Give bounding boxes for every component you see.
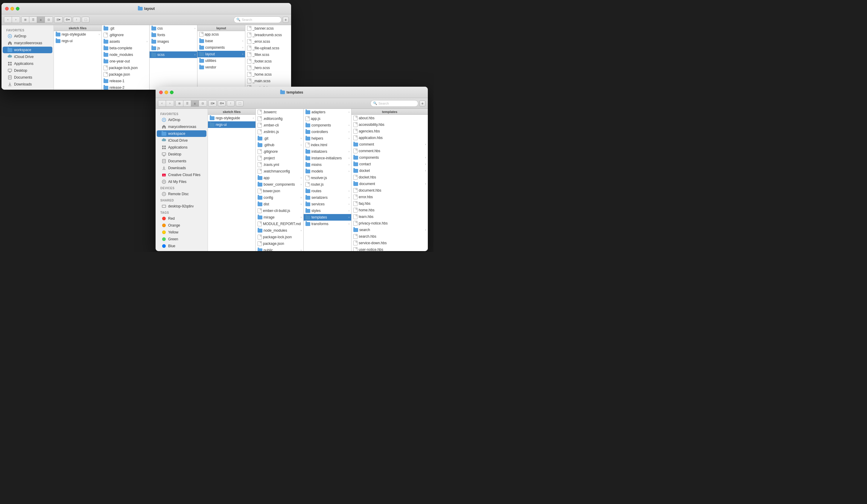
cover-view-button[interactable]: ⊡ bbox=[45, 17, 53, 23]
sidebar-item-documents[interactable]: Documents bbox=[3, 74, 52, 81]
list-item[interactable]: privacy-notice.hbs bbox=[352, 220, 428, 227]
list-item[interactable]: regs-ui bbox=[54, 38, 101, 44]
sidebar-item-all-my-files[interactable]: All My Files bbox=[157, 178, 206, 185]
sidebar-item-icloud-drive[interactable]: iCloud Drive bbox=[157, 137, 206, 144]
list-item[interactable]: images bbox=[150, 38, 197, 45]
list-item[interactable]: package-lock.json bbox=[256, 234, 303, 240]
share-button[interactable]: ↑ bbox=[73, 17, 81, 23]
icon-view-button[interactable]: ⊞ bbox=[22, 17, 29, 23]
back-button[interactable]: ‹ bbox=[4, 17, 12, 23]
list-item[interactable]: routes› bbox=[304, 188, 351, 194]
list-item[interactable]: user-notice.hbs bbox=[352, 246, 428, 251]
list-item[interactable]: .project bbox=[256, 155, 303, 162]
forward-button-2[interactable]: › bbox=[166, 100, 174, 107]
sidebar-item-workspace[interactable]: workspace bbox=[157, 130, 206, 137]
list-item[interactable]: config› bbox=[256, 194, 303, 201]
list-item[interactable]: adapters› bbox=[304, 109, 351, 116]
list-item[interactable]: assets› bbox=[102, 38, 149, 45]
search-box[interactable]: 🔍 Search bbox=[234, 17, 281, 23]
list-item[interactable]: components› bbox=[197, 44, 245, 51]
list-item[interactable]: .editorconfig bbox=[256, 116, 303, 122]
list-item[interactable]: .gitignore bbox=[102, 32, 149, 38]
list-item[interactable]: bower_components› bbox=[256, 181, 303, 188]
list-item[interactable]: .bowerrc bbox=[256, 109, 303, 116]
list-item[interactable]: _filter.scss bbox=[245, 52, 291, 58]
add-button-2[interactable]: + bbox=[419, 100, 426, 107]
list-item[interactable]: app.js bbox=[304, 116, 351, 122]
list-item[interactable]: serializers› bbox=[304, 194, 351, 201]
list-item[interactable]: node_modules bbox=[102, 52, 149, 58]
list-item[interactable]: _banner.scss bbox=[245, 25, 291, 32]
sidebar-item-downloads[interactable]: Downloads bbox=[3, 81, 52, 88]
close-button[interactable] bbox=[5, 7, 9, 10]
list-item[interactable]: faq.hbs bbox=[352, 200, 428, 207]
cover-view-button-2[interactable]: ⊡ bbox=[199, 100, 207, 107]
list-item[interactable]: _footer.scss bbox=[245, 58, 291, 65]
list-item[interactable]: application.hbs bbox=[352, 134, 428, 141]
list-item[interactable]: router.js bbox=[304, 181, 351, 188]
sidebar-item-marycolleenroxas[interactable]: marycolleenroxas bbox=[157, 123, 206, 130]
list-item[interactable]: document› bbox=[352, 180, 428, 187]
list-item[interactable]: comment.hbs bbox=[352, 148, 428, 154]
list-item[interactable]: app.scss bbox=[197, 31, 245, 38]
sidebar-item-downloads[interactable]: Downloads bbox=[157, 165, 206, 171]
action-button[interactable]: ⚙▾ bbox=[64, 17, 72, 23]
list-item[interactable]: utilities bbox=[197, 57, 245, 64]
list-item[interactable]: document.hbs bbox=[352, 187, 428, 194]
list-item[interactable]: layout› bbox=[197, 51, 245, 57]
list-item[interactable]: components› bbox=[304, 122, 351, 129]
list-item[interactable]: release-2 bbox=[102, 84, 149, 90]
list-item[interactable]: ember-cli-build.js bbox=[256, 207, 303, 214]
sidebar-item-green[interactable]: Green bbox=[157, 236, 206, 242]
list-item[interactable]: _breadcrumb.scss bbox=[245, 32, 291, 38]
list-item[interactable]: docket› bbox=[352, 167, 428, 174]
list-item[interactable]: docket.hbs bbox=[352, 174, 428, 180]
list-item[interactable]: .travis.yml bbox=[256, 162, 303, 168]
list-item[interactable]: contact› bbox=[352, 161, 428, 167]
add-button[interactable]: + bbox=[283, 17, 289, 23]
sidebar-item-workspace[interactable]: workspace bbox=[3, 47, 52, 53]
column-view-button[interactable]: ⫼ bbox=[37, 17, 45, 23]
list-item[interactable]: transforms› bbox=[304, 221, 351, 227]
tag-button[interactable]: ⬚ bbox=[82, 17, 89, 23]
list-item[interactable]: beta-complete bbox=[102, 45, 149, 52]
list-item[interactable]: fonts bbox=[150, 32, 197, 38]
sidebar-item-red[interactable]: Red bbox=[157, 215, 206, 222]
list-item[interactable]: search.hbs bbox=[352, 233, 428, 240]
list-item[interactable]: services› bbox=[304, 201, 351, 207]
sidebar-item-desktop[interactable]: Desktop bbox=[3, 67, 52, 74]
sidebar-item-desktop-92qdirv[interactable]: desktop-92qdirv bbox=[157, 203, 206, 210]
sidebar-item-applications[interactable]: Applications bbox=[157, 144, 206, 151]
list-item[interactable]: error.hbs bbox=[352, 194, 428, 200]
back-button-2[interactable]: ‹ bbox=[158, 100, 166, 107]
list-item[interactable]: helpers› bbox=[304, 135, 351, 142]
list-item[interactable]: _file-upload.scss bbox=[245, 45, 291, 52]
list-item[interactable]: package.json bbox=[102, 71, 149, 78]
sidebar-item-purple[interactable]: Purple bbox=[157, 250, 206, 251]
minimize-button-2[interactable] bbox=[164, 90, 168, 94]
sidebar-item-airdrop[interactable]: AirDrop bbox=[3, 33, 52, 40]
list-item[interactable]: package-lock.json bbox=[102, 65, 149, 71]
list-item[interactable]: controllers› bbox=[304, 129, 351, 135]
list-item[interactable]: MODULE_REPORT.md bbox=[256, 221, 303, 227]
list-view-button[interactable]: ☰ bbox=[29, 17, 37, 23]
list-view-button-2[interactable]: ☰ bbox=[183, 100, 191, 107]
sidebar-item-documents[interactable]: Documents bbox=[157, 158, 206, 164]
search-box-2[interactable]: 🔍 Search bbox=[371, 100, 418, 107]
list-item[interactable]: .git bbox=[102, 25, 149, 32]
sidebar-item-icloud-drive[interactable]: iCloud Drive bbox=[3, 54, 52, 60]
list-item[interactable]: css› bbox=[150, 25, 197, 32]
list-item[interactable]: regs-ui bbox=[208, 121, 256, 128]
sort-button-2[interactable]: ⊟▾ bbox=[208, 100, 216, 107]
list-item[interactable]: .git› bbox=[256, 135, 303, 142]
sidebar-item-applications[interactable]: Applications bbox=[3, 61, 52, 67]
list-item[interactable]: learn.hbs bbox=[352, 213, 428, 220]
list-item[interactable]: home.hbs bbox=[352, 207, 428, 213]
list-item[interactable]: comment› bbox=[352, 141, 428, 148]
list-item[interactable]: _error.scss bbox=[245, 38, 291, 45]
list-item[interactable]: service-down.hbs bbox=[352, 240, 428, 246]
list-item[interactable]: mirage› bbox=[256, 214, 303, 221]
list-item[interactable]: .eslintrc.js bbox=[256, 129, 303, 135]
list-item[interactable]: agencies.hbs bbox=[352, 128, 428, 134]
list-item[interactable]: resolver.js bbox=[304, 175, 351, 181]
